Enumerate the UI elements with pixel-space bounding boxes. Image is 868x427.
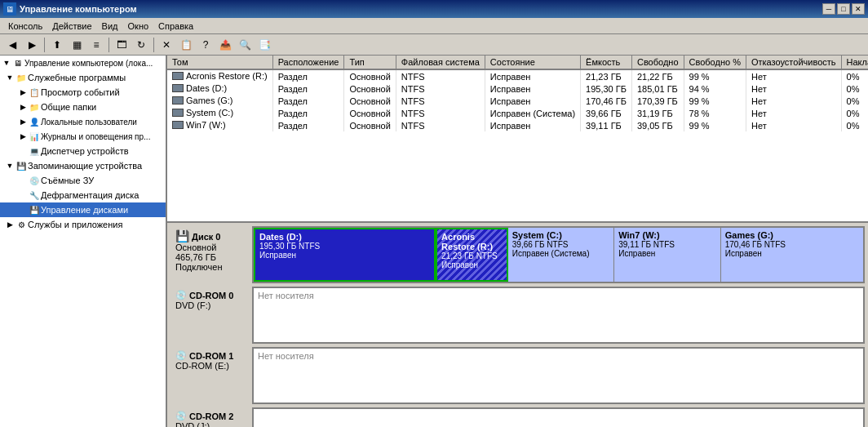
folder-icon: 📁 bbox=[15, 71, 28, 84]
table-row[interactable]: Acronis Restore (R:)РазделОсновнойNTFSИс… bbox=[167, 69, 868, 82]
table-cell: Основной bbox=[344, 82, 396, 95]
disk0-status: Подключен bbox=[175, 262, 247, 272]
table-cell: 0% bbox=[841, 119, 868, 131]
app-icon: 🖥 bbox=[3, 2, 16, 16]
table-cell: 0% bbox=[841, 82, 868, 95]
col-header-status[interactable]: Состояние bbox=[485, 56, 580, 69]
tree-label: Съёмные ЗУ bbox=[41, 176, 94, 185]
table-cell: Исправен bbox=[485, 69, 580, 82]
refresh-button[interactable]: ↻ bbox=[132, 36, 150, 54]
volumes-table: Том Расположение Тип Файловая система Со… bbox=[167, 56, 868, 131]
col-header-freepct[interactable]: Свободно % bbox=[684, 56, 746, 69]
maximize-button[interactable]: □ bbox=[837, 3, 850, 15]
tree-item-folders[interactable]: ▶ 📁 Общие папки bbox=[0, 100, 166, 114]
storage-icon: 💾 bbox=[15, 159, 28, 172]
extra-button[interactable]: 📑 bbox=[255, 36, 273, 54]
table-cell: Основной bbox=[344, 119, 396, 131]
table-cell: 21,22 ГБ bbox=[631, 69, 684, 82]
tree-item-logs[interactable]: ▶ 📊 Журналы и оповещения пр... bbox=[0, 129, 166, 144]
cdrom1-area: Нет носителя bbox=[252, 347, 865, 404]
tree-item-storage[interactable]: ▼ 💾 Запоминающие устройства bbox=[0, 158, 166, 173]
menu-view[interactable]: Вид bbox=[97, 20, 123, 33]
col-header-type[interactable]: Тип bbox=[344, 56, 396, 69]
menu-action[interactable]: Действие bbox=[47, 20, 96, 33]
menu-help[interactable]: Справка bbox=[153, 20, 198, 33]
col-header-overhead[interactable]: Наклад... bbox=[841, 56, 868, 69]
menu-console[interactable]: Консоль bbox=[3, 20, 47, 33]
table-cell: System (C:) bbox=[167, 107, 272, 119]
cdrom0-sub: DVD (F:) bbox=[175, 300, 247, 310]
table-cell: 94 % bbox=[684, 82, 746, 95]
table-cell: 31,19 ГБ bbox=[631, 107, 684, 119]
tree-item-disk-mgmt[interactable]: 💾 Управление дисками bbox=[0, 202, 166, 217]
table-row[interactable]: Win7 (W:)РазделОсновнойNTFSИсправен39,11… bbox=[167, 119, 868, 131]
tree-item-devices[interactable]: 💻 Диспетчер устройств bbox=[0, 144, 166, 158]
table-cell: Исправен bbox=[485, 82, 580, 95]
partition-games[interactable]: Games (G:) 170,46 ГБ NTFS Исправен bbox=[721, 228, 863, 282]
table-cell: Исправен bbox=[485, 119, 580, 131]
right-panel: Том Расположение Тип Файловая система Со… bbox=[167, 56, 868, 427]
table-cell: 195,30 ГБ bbox=[581, 82, 632, 95]
forward-button[interactable]: ▶ bbox=[23, 36, 41, 54]
expand-icon: ▼ bbox=[5, 73, 15, 82]
tree-item-utilities[interactable]: ▼ 📁 Служебные программы bbox=[0, 70, 166, 85]
tree-item-users[interactable]: ▶ 👤 Локальные пользователи bbox=[0, 114, 166, 129]
toolbar: ◀ ▶ ⬆ ▦ ≡ 🗔 ↻ ✕ 📋 ? 📤 🔍 📑 bbox=[0, 34, 868, 56]
col-header-name[interactable]: Том bbox=[167, 56, 272, 69]
table-cell: Раздел bbox=[272, 107, 344, 119]
window-title: Управление компьютером bbox=[20, 4, 137, 14]
table-row[interactable]: System (C:)РазделОсновнойNTFSИсправен (С… bbox=[167, 107, 868, 119]
tree-label: Просмотр событий bbox=[41, 87, 120, 97]
table-cell: 0% bbox=[841, 69, 868, 82]
tree-label: Службы и приложения bbox=[28, 220, 122, 229]
table-cell: Основной bbox=[344, 107, 396, 119]
table-cell: Раздел bbox=[272, 119, 344, 131]
table-cell: Games (G:) bbox=[167, 95, 272, 107]
up-button[interactable]: ⬆ bbox=[48, 36, 66, 54]
tree-item-root[interactable]: ▼ 🖥 Управление компьютером (лока... bbox=[0, 56, 166, 70]
disk0-partitions: Dates (D:) 195,30 ГБ NTFS Исправен Acron… bbox=[252, 226, 865, 283]
properties-button[interactable]: 📋 bbox=[177, 36, 195, 54]
partition-win7[interactable]: Win7 (W:) 39,11 ГБ NTFS Исправен bbox=[614, 228, 720, 282]
col-header-fs[interactable]: Файловая система bbox=[396, 56, 485, 69]
help-button[interactable]: ? bbox=[197, 36, 215, 54]
table-row[interactable]: Dates (D:)РазделОсновнойNTFSИсправен195,… bbox=[167, 82, 868, 95]
table-cell: NTFS bbox=[396, 107, 485, 119]
partition-system[interactable]: System (C:) 39,66 ГБ NTFS Исправен (Сист… bbox=[508, 228, 614, 282]
back-button[interactable]: ◀ bbox=[3, 36, 21, 54]
minimize-button[interactable]: ─ bbox=[822, 3, 835, 15]
toolbar-sep-2 bbox=[108, 38, 109, 52]
cdrom-icon: 💿 bbox=[175, 411, 187, 421]
export-button[interactable]: 📤 bbox=[216, 36, 234, 54]
delete-button[interactable]: ✕ bbox=[157, 36, 175, 54]
tree-item-services[interactable]: ▶ ⚙ Службы и приложения bbox=[0, 217, 166, 232]
expand-icon bbox=[18, 205, 28, 215]
services-icon: ⚙ bbox=[15, 218, 28, 231]
cdrom1-empty: Нет носителя bbox=[258, 351, 859, 361]
tree-item-removable[interactable]: 💿 Съёмные ЗУ bbox=[0, 173, 166, 188]
tree-item-events[interactable]: ▶ 📋 Просмотр событий bbox=[0, 85, 166, 100]
close-button[interactable]: ✕ bbox=[852, 3, 865, 15]
left-panel: ▼ 🖥 Управление компьютером (лока... ▼ 📁 … bbox=[0, 56, 167, 427]
cdrom2-area bbox=[252, 407, 865, 427]
search-button[interactable]: 🔍 bbox=[236, 36, 254, 54]
partition-acronis[interactable]: Acronis Restore (R:) 21,23 ГБ NTFS Испра… bbox=[436, 228, 508, 282]
view-button[interactable]: ≡ bbox=[87, 36, 105, 54]
tree-label: Управление компьютером (лока... bbox=[24, 59, 153, 68]
table-row[interactable]: Games (G:)РазделОсновнойNTFSИсправен170,… bbox=[167, 95, 868, 107]
new-window-button[interactable]: 🗔 bbox=[113, 36, 131, 54]
cdrom0-label: 💿 CD-ROM 0 DVD (F:) bbox=[170, 287, 252, 344]
table-cell: NTFS bbox=[396, 82, 485, 95]
col-header-capacity[interactable]: Ёмкость bbox=[581, 56, 632, 69]
menu-window[interactable]: Окно bbox=[123, 20, 154, 33]
partition-dates[interactable]: Dates (D:) 195,30 ГБ NTFS Исправен bbox=[254, 228, 436, 282]
col-header-fault[interactable]: Отказоустойчивость bbox=[746, 56, 841, 69]
col-header-free[interactable]: Свободно bbox=[631, 56, 684, 69]
show-hide-button[interactable]: ▦ bbox=[68, 36, 86, 54]
col-header-location[interactable]: Расположение bbox=[272, 56, 344, 69]
diskmgmt-icon: 💾 bbox=[28, 203, 41, 216]
expand-icon: ▶ bbox=[18, 87, 28, 97]
tree-item-defrag[interactable]: 🔧 Дефрагментация диска bbox=[0, 188, 166, 202]
table-cell: NTFS bbox=[396, 69, 485, 82]
disk-section: 💾 Диск 0 Основной 465,76 ГБ Подключен Da… bbox=[167, 223, 868, 427]
